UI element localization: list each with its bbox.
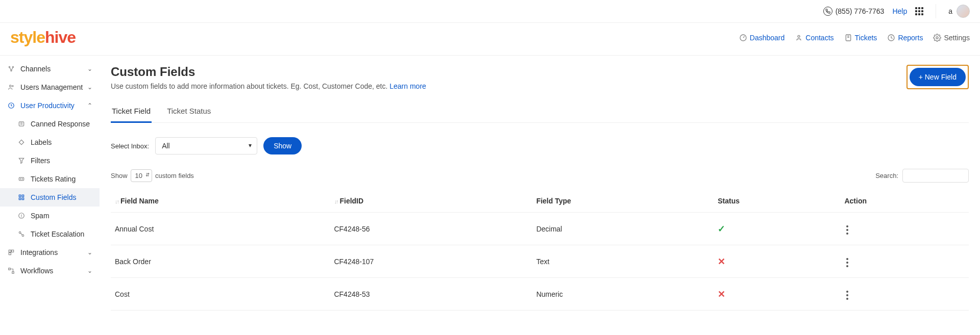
header: stylehive Dashboard Contacts Tickets Rep… xyxy=(0,23,980,55)
nav-settings[interactable]: Settings xyxy=(933,34,970,42)
tickets-icon xyxy=(844,34,852,42)
action-menu-button[interactable] xyxy=(844,289,850,302)
cross-icon: ✕ xyxy=(718,256,725,267)
user-menu[interactable]: a xyxy=(948,5,970,18)
nav-settings-label: Settings xyxy=(944,34,970,42)
cell-action xyxy=(840,278,969,311)
svg-line-29 xyxy=(20,233,22,235)
svg-rect-21 xyxy=(22,195,24,197)
svg-rect-23 xyxy=(22,198,24,200)
sidebar-integrations-label: Integrations xyxy=(20,248,58,256)
svg-point-9 xyxy=(11,70,12,71)
sidebar-escalation-label: Ticket Escalation xyxy=(31,230,84,238)
tab-ticket-status[interactable]: Ticket Status xyxy=(166,101,212,122)
svg-rect-17 xyxy=(19,177,23,181)
cell-field-type: Decimal xyxy=(532,213,714,245)
sidebar-rating-label: Tickets Rating xyxy=(31,175,76,183)
cell-status: ✕ xyxy=(714,278,840,311)
sidebar-spam-label: Spam xyxy=(31,212,50,220)
svg-point-6 xyxy=(936,37,938,39)
nav-reports-label: Reports xyxy=(898,34,923,42)
select-inbox-dropdown[interactable]: All xyxy=(155,137,257,154)
svg-point-10 xyxy=(10,85,12,87)
nav-dashboard-label: Dashboard xyxy=(750,34,785,42)
sidebar-sub-tickets-rating[interactable]: Tickets Rating xyxy=(0,170,100,188)
sidebar-filters-label: Filters xyxy=(31,157,50,165)
table-row: Annual Cost CF4248-56 Decimal ✓ xyxy=(111,213,969,245)
sidebar-item-users-management[interactable]: Users Management ⌄ xyxy=(0,78,100,96)
sort-icon: ↓↑ xyxy=(334,198,337,204)
svg-point-11 xyxy=(12,86,13,87)
phone-icon xyxy=(823,7,832,16)
cell-field-type: Text xyxy=(532,245,714,278)
topbar: (855) 776-7763 Help a xyxy=(0,0,980,23)
nav-tickets[interactable]: Tickets xyxy=(844,34,877,42)
settings-icon xyxy=(933,34,941,42)
help-link[interactable]: Help xyxy=(892,7,907,15)
svg-point-7 xyxy=(9,66,10,67)
filters-icon xyxy=(17,157,26,165)
sidebar-sub-spam[interactable]: Spam xyxy=(0,207,100,225)
action-menu-button[interactable] xyxy=(844,223,850,237)
col-action: Action xyxy=(840,190,969,213)
reports-icon xyxy=(887,34,895,42)
sidebar-sub-canned-response[interactable]: Canned Response xyxy=(0,115,100,133)
nav-contacts[interactable]: Contacts xyxy=(795,34,834,42)
sidebar-users-label: Users Management xyxy=(20,83,83,91)
sidebar-canned-label: Canned Response xyxy=(31,120,90,128)
svg-rect-33 xyxy=(9,268,11,270)
nav-tickets-label: Tickets xyxy=(855,34,877,42)
search-label: Search: xyxy=(875,172,898,179)
nav-dashboard[interactable]: Dashboard xyxy=(739,34,785,42)
tabs: Ticket Field Ticket Status xyxy=(111,101,969,123)
sort-icon: ↓↑ xyxy=(115,198,118,204)
action-menu-button[interactable] xyxy=(844,256,850,269)
sidebar-item-channels[interactable]: Channels ⌄ xyxy=(0,60,100,78)
col-status[interactable]: Status xyxy=(714,190,840,213)
logo[interactable]: stylehive xyxy=(10,28,76,47)
sidebar-sub-custom-fields[interactable]: Custom Fields xyxy=(0,188,100,207)
show-button[interactable]: Show xyxy=(263,137,302,154)
divider xyxy=(936,4,936,18)
labels-icon xyxy=(17,138,26,146)
sidebar-item-workflows[interactable]: Workflows ⌄ xyxy=(0,262,100,280)
learn-more-link[interactable]: Learn more xyxy=(389,82,426,90)
svg-rect-20 xyxy=(19,195,21,197)
cell-field-name: Annual Cost xyxy=(111,213,330,245)
col-field-name[interactable]: ↓↑Field Name xyxy=(111,190,330,213)
entries-suffix: custom fields xyxy=(155,172,194,179)
tab-ticket-field[interactable]: Ticket Field xyxy=(111,101,152,123)
entries-select[interactable]: 10 xyxy=(131,169,152,182)
support-phone: (855) 776-7763 xyxy=(823,7,885,16)
new-field-button[interactable]: + New Field xyxy=(910,68,966,86)
search-input[interactable] xyxy=(902,169,969,183)
col-field-type[interactable]: Field Type xyxy=(532,190,714,213)
cell-field-name: Cost xyxy=(111,278,330,311)
sidebar-sub-filters[interactable]: Filters xyxy=(0,151,100,170)
sidebar-sub-ticket-escalation[interactable]: Ticket Escalation xyxy=(0,225,100,243)
top-nav: Dashboard Contacts Tickets Reports Setti… xyxy=(739,34,970,42)
nav-contacts-label: Contacts xyxy=(805,34,834,42)
svg-marker-16 xyxy=(19,158,23,163)
table-row: Back Order CF4248-107 Text ✕ xyxy=(111,245,969,278)
sidebar-item-user-productivity[interactable]: User Productivity ⌃ xyxy=(0,96,100,115)
page-subtitle: Use custom fields to add more informatio… xyxy=(111,82,426,90)
col-field-id[interactable]: ↓↑FieldID xyxy=(330,190,532,213)
sidebar-sub-labels[interactable]: Labels xyxy=(0,133,100,151)
sidebar-item-integrations[interactable]: Integrations ⌄ xyxy=(0,243,100,262)
cell-status: ✓ xyxy=(714,213,840,245)
spam-icon xyxy=(17,212,26,220)
svg-point-18 xyxy=(20,178,21,179)
apps-grid-icon[interactable] xyxy=(915,7,923,15)
user-label: a xyxy=(948,7,952,15)
integrations-icon xyxy=(7,248,15,256)
select-inbox-label: Select Inbox: xyxy=(111,142,149,150)
svg-point-26 xyxy=(21,217,22,217)
svg-rect-22 xyxy=(19,198,21,200)
cell-action xyxy=(840,213,969,245)
nav-reports[interactable]: Reports xyxy=(887,34,923,42)
phone-number: (855) 776-7763 xyxy=(836,7,885,15)
channels-icon xyxy=(7,65,15,73)
cell-field-id: CF4248-53 xyxy=(330,278,532,311)
cross-icon: ✕ xyxy=(718,289,725,299)
